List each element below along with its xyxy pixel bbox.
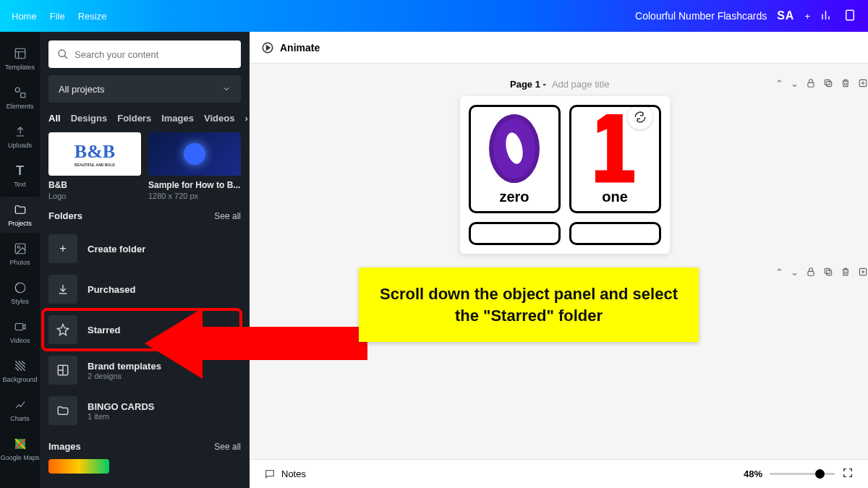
svg-point-2 (15, 87, 20, 92)
publish-icon[interactable] (843, 9, 856, 24)
zoom-level[interactable]: 48% (744, 468, 762, 479)
document-title[interactable]: Colourful Number Flashcards (635, 10, 767, 22)
delete-icon[interactable] (841, 78, 851, 90)
search-icon (57, 48, 69, 60)
svg-point-5 (17, 246, 20, 248)
user-avatar[interactable]: SA (777, 9, 794, 22)
search-input[interactable] (48, 40, 241, 68)
rail-videos[interactable]: Videos (0, 314, 40, 350)
svg-rect-7 (15, 324, 23, 330)
tab-images[interactable]: Images (161, 113, 194, 124)
insights-icon[interactable] (820, 9, 833, 24)
rail-photos[interactable]: Photos (0, 236, 40, 272)
create-folder-button[interactable]: + Create folder (48, 228, 241, 269)
notes-button[interactable]: Notes (281, 468, 306, 479)
instruction-callout: Scroll down the object panel and select … (359, 267, 699, 342)
page-up-icon[interactable]: ⌃ (775, 267, 783, 279)
page-up-icon[interactable]: ⌃ (775, 78, 783, 90)
download-icon (48, 275, 77, 304)
svg-rect-13 (827, 82, 832, 87)
flashcard-one[interactable]: one (569, 105, 661, 213)
rail-google-maps[interactable]: Google Maps (0, 431, 40, 467)
folder-icon (48, 396, 77, 425)
notes-icon (264, 468, 276, 480)
rail-styles[interactable]: Styles (0, 275, 40, 311)
tab-all[interactable]: All (48, 113, 61, 124)
tab-folders[interactable]: Folders (117, 113, 151, 124)
projects-dropdown[interactable]: All projects (48, 75, 241, 103)
page-down-icon[interactable]: ⌄ (791, 78, 799, 90)
page-down-icon[interactable]: ⌄ (791, 267, 799, 279)
menu-home[interactable]: Home (12, 11, 37, 22)
filter-tabs: All Designs Folders Images Videos › (48, 113, 241, 124)
rail-background[interactable]: Background (0, 353, 40, 389)
plus-icon: + (48, 234, 77, 263)
svg-rect-0 (846, 10, 854, 20)
duplicate-icon[interactable] (823, 78, 833, 90)
bottom-bar: Notes 48% (250, 459, 868, 488)
lock-icon[interactable] (806, 78, 816, 90)
tab-designs[interactable]: Designs (71, 113, 108, 124)
design-thumb[interactable]: Sample for How to B... 1280 x 720 px (148, 132, 241, 200)
star-icon (48, 315, 77, 344)
svg-rect-16 (808, 271, 814, 275)
flashcard-partial[interactable] (569, 222, 661, 245)
svg-rect-17 (827, 270, 832, 275)
folders-heading: Folders (48, 210, 82, 221)
images-heading: Images (48, 441, 81, 452)
instruction-arrow (145, 304, 369, 383)
canvas-toolbar: Animate (250, 32, 868, 64)
rail-elements[interactable]: Elements (0, 80, 40, 116)
flashcard-zero[interactable]: zero (469, 105, 561, 213)
svg-rect-14 (825, 80, 830, 85)
canvas-area: Animate Page 1 - Add page title ⌃ ⌄ (250, 32, 868, 488)
flashcard-partial[interactable] (469, 222, 561, 245)
zoom-slider[interactable] (770, 473, 835, 475)
tabs-scroll-right-icon[interactable]: › (244, 113, 247, 124)
svg-rect-18 (825, 268, 830, 273)
design-thumb[interactable]: B&BBEAUTIFUL AND BOLD B&B Logo (48, 132, 141, 200)
add-icon[interactable]: + (804, 11, 810, 22)
delete-icon[interactable] (841, 267, 851, 279)
fullscreen-icon[interactable] (842, 467, 854, 481)
see-all-images[interactable]: See all (214, 442, 241, 452)
lock-icon[interactable] (806, 267, 816, 279)
rail-projects[interactable]: Projects (0, 197, 40, 233)
rail-uploads[interactable]: Uploads (0, 119, 40, 155)
page-title-input[interactable]: Add page title (552, 79, 610, 90)
folder-bingo-cards[interactable]: BINGO CARDS1 item (48, 390, 241, 431)
animate-icon (261, 41, 274, 54)
page-number: Page 1 - (510, 79, 546, 90)
svg-rect-12 (808, 82, 814, 87)
page-1-canvas[interactable]: zero one (460, 96, 670, 254)
sidebar-rail: Templates Elements Uploads TText Project… (0, 32, 40, 488)
add-page-icon[interactable] (858, 267, 868, 279)
menu-file[interactable]: File (50, 11, 65, 22)
add-page-icon[interactable] (858, 78, 868, 90)
svg-rect-3 (20, 93, 25, 98)
chevron-down-icon (222, 85, 231, 93)
layout-icon (48, 356, 77, 385)
rail-templates[interactable]: Templates (0, 40, 40, 77)
top-menu-bar: Home File Resize Colourful Number Flashc… (0, 0, 868, 32)
projects-panel: All projects All Designs Folders Images … (40, 32, 250, 488)
rail-charts[interactable]: Charts (0, 392, 40, 428)
search-field[interactable] (75, 49, 232, 60)
animate-button[interactable]: Animate (280, 42, 320, 53)
see-all-folders[interactable]: See all (214, 211, 241, 221)
tab-videos[interactable]: Videos (204, 113, 234, 124)
menu-resize[interactable]: Resize (78, 11, 107, 22)
svg-point-9 (59, 50, 65, 56)
svg-rect-1 (15, 48, 25, 59)
rail-text[interactable]: TText (0, 158, 40, 194)
image-thumb[interactable] (48, 459, 109, 474)
duplicate-icon[interactable] (823, 267, 833, 279)
svg-marker-20 (145, 308, 367, 379)
